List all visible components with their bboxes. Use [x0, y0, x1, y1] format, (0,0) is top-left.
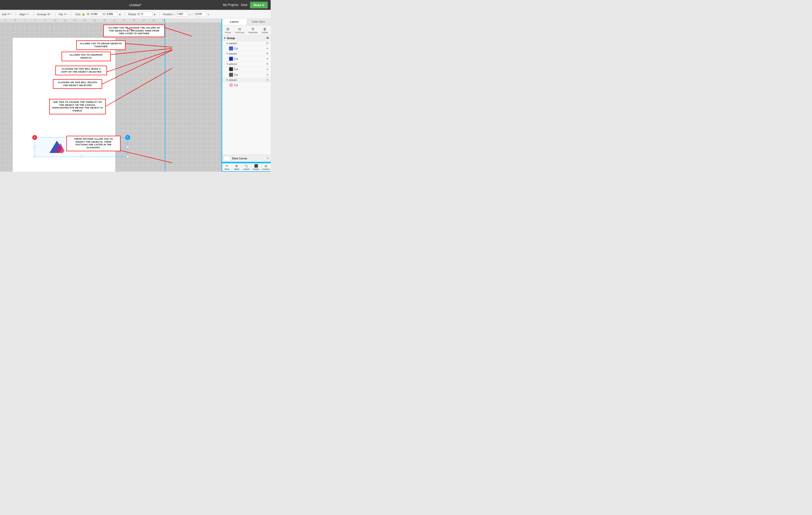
- height-label: H: [103, 13, 105, 16]
- layer-chevron: ▼: [226, 42, 228, 44]
- height-input[interactable]: [106, 12, 118, 17]
- eye-icon[interactable]: 👁: [266, 62, 269, 65]
- eye-icon[interactable]: 👁: [266, 68, 269, 70]
- annotation-group: ALLOWS YOU TO GROUP OBJECTS TOGETHER: [76, 40, 125, 50]
- pos-y-input[interactable]: [195, 12, 206, 17]
- handle-mr[interactable]: [126, 146, 129, 148]
- list-item[interactable]: Cut 👁: [222, 72, 271, 78]
- tab-color-sync[interactable]: Color Sync: [246, 19, 271, 25]
- flip-icon[interactable]: ⇔: [64, 12, 66, 16]
- list-item[interactable]: ▼ unicorn 👁: [222, 41, 271, 46]
- layer-name: unicorn: [229, 63, 266, 65]
- eye-icon[interactable]: 👁: [266, 52, 269, 55]
- rotate-up[interactable]: ▲: [153, 13, 156, 16]
- position-label: Position: [163, 13, 173, 16]
- list-item[interactable]: ▼ unicorn 👁: [222, 52, 271, 56]
- sep5: [124, 12, 125, 17]
- ungroup-tool[interactable]: ⊟ UnGroup: [234, 27, 245, 34]
- annotation-duplicate: CLICKING ON THIS WILL MAKE A COPY OF THE…: [55, 66, 107, 75]
- my-projects-link[interactable]: My Projects: [223, 3, 238, 7]
- svg-line-2: [165, 28, 192, 36]
- weld-label: Weld: [234, 168, 239, 171]
- lock-icon[interactable]: 🔒: [82, 12, 85, 16]
- canvas-eye-icon[interactable]: 👁: [266, 157, 269, 160]
- width-label: W: [87, 13, 89, 16]
- delete-handle[interactable]: ×: [32, 135, 37, 140]
- toolbar-row: Edit ✂ ▸ Align ≡ ▸ Arrange ⊞ ▸ Flip ⇔ ▸ …: [0, 10, 271, 19]
- group-tool[interactable]: ⊞ Group: [224, 27, 232, 34]
- eye-icon[interactable]: 👁: [266, 42, 269, 45]
- sep6: [159, 12, 160, 17]
- layer-cut-label: Cut: [234, 68, 266, 70]
- panel-toolbar: ⊞ Group ⊟ UnGroup ⧉ Duplicate 🗑 Delete: [222, 25, 271, 35]
- layer-list: ▼ Group 👁 ▼ unicorn 👁 Cut 👁 ▼ unicorn: [222, 35, 271, 155]
- layer-color-thumb: [229, 47, 233, 51]
- align-icon[interactable]: ≡: [26, 13, 28, 16]
- slice-icon: ✂: [226, 164, 228, 168]
- list-item[interactable]: Cut 👁: [222, 56, 271, 62]
- delete-tool[interactable]: 🗑 Delete: [261, 27, 269, 34]
- eye-icon[interactable]: 👁: [266, 47, 269, 50]
- up-arrow[interactable]: ▲: [119, 13, 121, 16]
- list-item[interactable]: ▼ unicorn 👁: [222, 62, 271, 66]
- attach-button[interactable]: 📎 Attach: [242, 163, 252, 171]
- main-area: 5 6 7 8 9 10 11 12 13 14 15 16 17 18 19 …: [0, 19, 271, 172]
- flip-label: Flip: [59, 13, 63, 16]
- scissors-icon[interactable]: ✂: [8, 12, 10, 16]
- contour-button[interactable]: ◎ Contour: [261, 163, 271, 171]
- rotate-label: Rotate: [128, 13, 136, 16]
- weld-icon: ⊕: [235, 164, 238, 168]
- rotate-handle[interactable]: ↻: [125, 135, 130, 140]
- flatten-button[interactable]: ⬛ Flatten: [252, 163, 261, 171]
- eye-hidden-icon[interactable]: 👁: [266, 79, 269, 82]
- layer-group-header[interactable]: ▼ Group 👁: [222, 35, 271, 41]
- handle-ml[interactable]: [33, 146, 36, 148]
- arrange-label: Arrange: [37, 13, 47, 16]
- slice-button[interactable]: ✂ Slice: [222, 163, 232, 171]
- delete-icon: 🗑: [263, 27, 266, 31]
- eye-icon[interactable]: 👁: [266, 73, 269, 76]
- eye-icon[interactable]: 👁: [266, 58, 269, 60]
- handle-bl[interactable]: [33, 155, 36, 158]
- arrange-icon[interactable]: ⊞: [48, 13, 50, 16]
- layer-name: unicorn: [229, 42, 266, 45]
- top-bar: Untitled* My Projects Save Make It: [0, 0, 271, 10]
- handle-br[interactable]: [126, 155, 129, 158]
- bottom-action-bar: ✂ Slice ⊕ Weld 📎 Attach ⬛ Flatten ◎ Cont…: [222, 162, 271, 172]
- size-label: Size: [75, 13, 81, 16]
- pos-x-input[interactable]: [176, 12, 188, 17]
- group-eye-icon[interactable]: 👁: [266, 36, 269, 40]
- rotate-icon: ↺: [137, 12, 140, 16]
- make-it-button[interactable]: Make It: [250, 2, 268, 8]
- width-input[interactable]: [90, 12, 102, 17]
- weld-button[interactable]: ⊕ Weld: [232, 163, 242, 171]
- sep4: [71, 12, 72, 17]
- list-item[interactable]: Cut: [222, 82, 271, 88]
- svg-line-6: [107, 50, 172, 72]
- right-panel: Layers Color Sync ⊞ Group ⊟ UnGroup ⧉ Du…: [222, 19, 271, 172]
- layer-color-thumb: [229, 67, 233, 71]
- align-label: Align: [20, 13, 25, 16]
- canvas-thumbnail: [224, 156, 231, 161]
- list-item[interactable]: ▼ unicorn 👁: [222, 78, 271, 82]
- layer-name: unicorn: [229, 52, 266, 55]
- annotation-modify: THESE OPTIONS ALLOW YOU TO MODIFY THE OB…: [66, 136, 121, 151]
- canvas-inner[interactable]: × ↻ ALLOWS YOU TO CHANGE THE COLORS OF T…: [0, 23, 222, 172]
- canvas-label: Blank Canvas: [232, 157, 247, 160]
- list-item[interactable]: Cut 👁: [222, 66, 271, 72]
- handle-bm[interactable]: [80, 155, 82, 158]
- toolbar-rotate: Rotate ↺ ▲: [128, 12, 156, 17]
- canvas-area[interactable]: 5 6 7 8 9 10 11 12 13 14 15 16 17 18 19 …: [0, 19, 222, 172]
- attach-label: Attach: [243, 168, 250, 171]
- layer-color-thumb: [229, 73, 233, 77]
- list-item[interactable]: Cut 👁: [222, 46, 271, 52]
- duplicate-tool[interactable]: ⧉ Duplicate: [247, 26, 259, 34]
- svg-line-8: [106, 68, 172, 106]
- save-button[interactable]: Save: [241, 3, 248, 7]
- group-icon: ⊞: [226, 27, 229, 31]
- tab-layers[interactable]: Layers: [222, 19, 246, 25]
- rotate-input[interactable]: [141, 12, 152, 17]
- layer-cut-label: Cut: [234, 58, 266, 60]
- toolbar-position: Position X ▲ Y ▲: [163, 12, 209, 17]
- svg-marker-11: [230, 58, 232, 60]
